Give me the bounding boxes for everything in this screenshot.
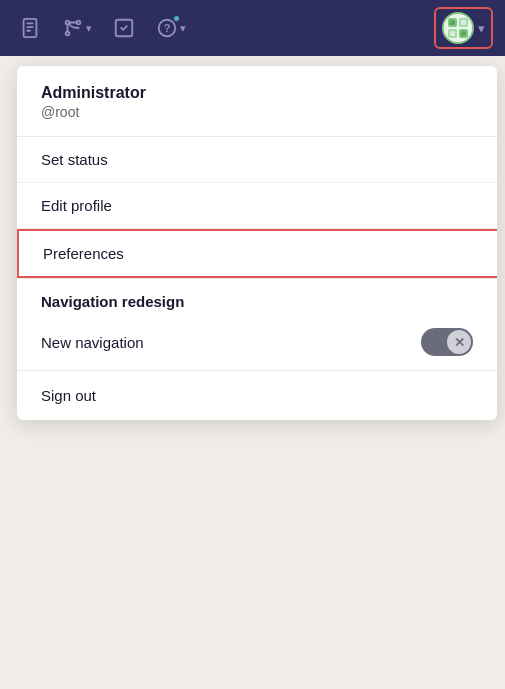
svg-rect-17 — [450, 31, 455, 36]
avatar — [442, 12, 474, 44]
avatar-button[interactable]: ▾ — [434, 7, 493, 49]
help-chevron: ▾ — [180, 22, 186, 35]
branches-chevron: ▾ — [86, 22, 92, 35]
check-icon — [113, 17, 135, 39]
doc-nav-button[interactable] — [12, 10, 48, 46]
toggle-thumb: ✕ — [447, 330, 471, 354]
svg-text:?: ? — [164, 22, 171, 34]
help-nav-button[interactable]: ? ▾ — [150, 13, 192, 43]
branches-icon — [62, 17, 84, 39]
user-info-section: Administrator @root — [17, 66, 497, 137]
user-dropdown-menu: Administrator @root Set status Edit prof… — [17, 66, 497, 420]
new-navigation-toggle-row: New navigation ✕ — [17, 318, 497, 371]
user-display-name: Administrator — [41, 84, 473, 102]
navbar: ▾ ? ▾ — [0, 0, 505, 56]
avatar-chevron: ▾ — [478, 21, 485, 36]
svg-rect-16 — [461, 20, 466, 25]
doc-icon — [19, 17, 41, 39]
sign-out-label: Sign out — [41, 387, 96, 404]
user-handle: @root — [41, 104, 473, 120]
new-navigation-toggle[interactable]: ✕ — [421, 328, 473, 356]
edit-profile-menu-item[interactable]: Edit profile — [17, 183, 497, 229]
new-navigation-label: New navigation — [41, 334, 144, 351]
set-status-label: Set status — [41, 151, 108, 168]
svg-point-10 — [444, 14, 472, 42]
preferences-label: Preferences — [43, 245, 124, 262]
check-nav-button[interactable] — [106, 10, 142, 46]
svg-rect-15 — [450, 20, 455, 25]
toggle-x-icon: ✕ — [454, 336, 465, 349]
svg-rect-18 — [461, 31, 466, 36]
nav-redesign-header: Navigation redesign — [17, 278, 497, 318]
preferences-menu-item[interactable]: Preferences — [17, 229, 497, 278]
branches-nav-button[interactable]: ▾ — [56, 13, 98, 43]
edit-profile-label: Edit profile — [41, 197, 112, 214]
set-status-menu-item[interactable]: Set status — [17, 137, 497, 183]
sign-out-menu-item[interactable]: Sign out — [17, 371, 497, 420]
